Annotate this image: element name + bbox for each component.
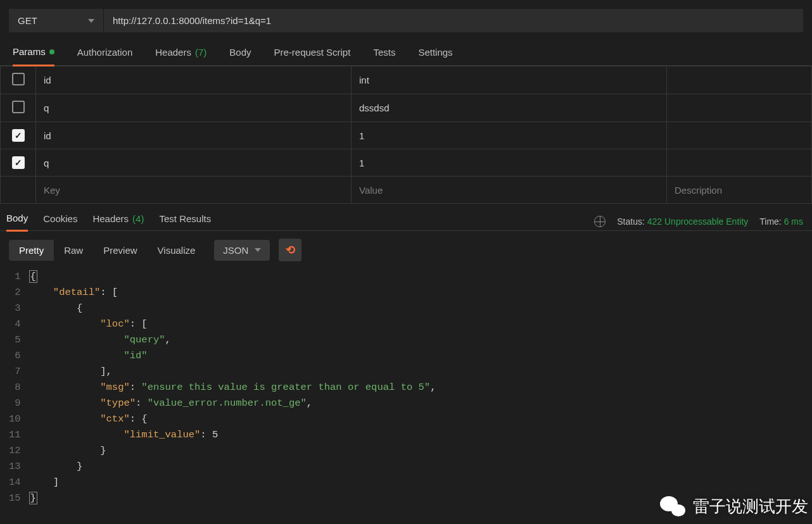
response-meta: Status: 422 Unprocessable Entity Time: 6… bbox=[594, 216, 803, 227]
table-row[interactable]: id int bbox=[1, 66, 812, 94]
tab-tests[interactable]: Tests bbox=[373, 46, 395, 65]
param-key-cell[interactable]: q bbox=[36, 94, 352, 122]
view-mode-group: Pretty Raw Preview Visualize bbox=[9, 240, 205, 261]
response-body-code: { "detail": [ { "loc": [ "query", "id" ]… bbox=[30, 269, 436, 506]
param-checkbox[interactable] bbox=[12, 73, 25, 85]
tab-authorization[interactable]: Authorization bbox=[77, 46, 133, 65]
wrap-icon: ⟲ bbox=[286, 243, 295, 257]
param-checkbox[interactable] bbox=[12, 101, 25, 113]
tab-headers-count: (7) bbox=[195, 47, 206, 58]
url-input[interactable] bbox=[104, 9, 803, 32]
param-desc-cell[interactable] bbox=[667, 149, 812, 177]
params-table: id int q dssdsd id 1 q 1 Key Value Descr… bbox=[0, 66, 812, 204]
param-value-cell[interactable]: dssdsd bbox=[352, 94, 667, 122]
table-row[interactable]: id 1 bbox=[1, 122, 812, 149]
chevron-down-icon bbox=[88, 19, 94, 23]
view-visualize-button[interactable]: Visualize bbox=[148, 240, 206, 261]
status-label: Status: bbox=[617, 216, 645, 227]
time-label: Time: bbox=[759, 216, 781, 227]
response-tab-headers-count: (4) bbox=[132, 213, 144, 224]
response-format-label: JSON bbox=[223, 245, 248, 256]
tab-body[interactable]: Body bbox=[229, 46, 251, 65]
response-tabs: Body Cookies Headers (4) Test Results bbox=[6, 213, 211, 230]
tab-pre-request-script[interactable]: Pre-request Script bbox=[274, 46, 351, 65]
param-key-cell[interactable]: id bbox=[36, 122, 352, 149]
param-value-cell[interactable]: 1 bbox=[352, 149, 667, 177]
chevron-down-icon bbox=[255, 248, 261, 252]
table-row[interactable]: q 1 bbox=[1, 149, 812, 177]
response-body-editor[interactable]: 123 456 789 101112 131415 { "detail": [ … bbox=[0, 269, 812, 506]
tab-params[interactable]: Params bbox=[13, 46, 54, 66]
response-tab-body[interactable]: Body bbox=[6, 213, 28, 232]
watermark-text: 雷子说测试开发 bbox=[693, 496, 808, 518]
response-format-select[interactable]: JSON bbox=[214, 240, 270, 261]
param-key-placeholder[interactable]: Key bbox=[36, 177, 352, 204]
globe-icon[interactable] bbox=[594, 216, 606, 227]
tab-headers-label: Headers bbox=[155, 47, 191, 58]
param-value-cell[interactable]: int bbox=[352, 66, 667, 94]
param-desc-cell[interactable] bbox=[667, 66, 812, 94]
param-desc-cell[interactable] bbox=[667, 122, 812, 149]
wrap-lines-button[interactable]: ⟲ bbox=[279, 239, 301, 261]
tab-settings[interactable]: Settings bbox=[418, 46, 452, 65]
view-pretty-button[interactable]: Pretty bbox=[9, 240, 54, 261]
time-value: 6 ms bbox=[784, 216, 803, 227]
status-value: 422 Unprocessable Entity bbox=[647, 216, 749, 227]
http-method-select[interactable]: GET bbox=[9, 9, 104, 32]
param-checkbox[interactable] bbox=[12, 156, 25, 169]
param-key-cell[interactable]: id bbox=[36, 66, 352, 94]
param-value-cell[interactable]: 1 bbox=[352, 122, 667, 149]
table-row[interactable]: q dssdsd bbox=[1, 94, 812, 122]
param-key-cell[interactable]: q bbox=[36, 149, 352, 177]
table-row-new[interactable]: Key Value Description bbox=[1, 177, 812, 204]
watermark: 雷子说测试开发 bbox=[659, 494, 808, 519]
tab-params-label: Params bbox=[13, 46, 46, 57]
tab-headers[interactable]: Headers (7) bbox=[155, 46, 206, 65]
response-tab-test-results[interactable]: Test Results bbox=[159, 213, 211, 230]
line-gutter: 123 456 789 101112 131415 bbox=[9, 269, 30, 506]
param-value-placeholder[interactable]: Value bbox=[352, 177, 667, 204]
wechat-icon bbox=[659, 494, 687, 519]
param-checkbox[interactable] bbox=[12, 129, 25, 142]
view-preview-button[interactable]: Preview bbox=[93, 240, 147, 261]
view-raw-button[interactable]: Raw bbox=[54, 240, 93, 261]
param-desc-placeholder[interactable]: Description bbox=[667, 177, 812, 204]
response-tab-headers-label: Headers bbox=[92, 213, 129, 224]
params-active-dot-icon bbox=[49, 49, 54, 54]
http-method-label: GET bbox=[18, 15, 37, 26]
request-tabs: Params Authorization Headers (7) Body Pr… bbox=[0, 32, 812, 66]
response-tab-headers[interactable]: Headers (4) bbox=[92, 213, 144, 230]
param-desc-cell[interactable] bbox=[667, 94, 812, 122]
response-tab-cookies[interactable]: Cookies bbox=[43, 213, 77, 230]
